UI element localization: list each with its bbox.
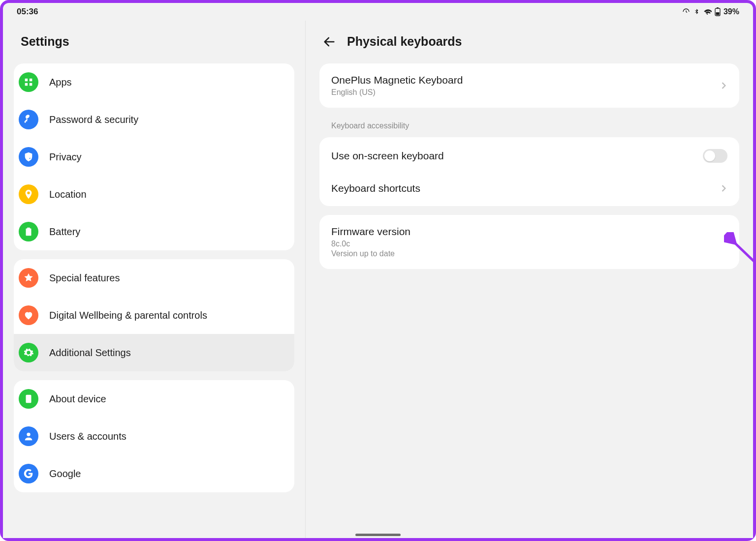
- alarm-icon: [682, 8, 690, 16]
- sidebar-item-apps[interactable]: Apps: [14, 63, 294, 101]
- sidebar-item-privacy[interactable]: Privacy: [14, 138, 294, 176]
- sidebar-item-users-accounts[interactable]: Users & accounts: [14, 418, 294, 455]
- sidebar-item-digital-wellbeing-parental-controls[interactable]: Digital Wellbeing & parental controls: [14, 297, 294, 334]
- google-icon: [19, 464, 38, 483]
- sidebar-item-label: Digital Wellbeing & parental controls: [49, 310, 207, 321]
- keyboard-device-lang: English (US): [331, 88, 721, 97]
- firmware-status: Version up to date: [331, 249, 727, 258]
- svg-point-6: [27, 433, 30, 436]
- sidebar-item-label: Special features: [49, 272, 120, 284]
- sidebar-item-label: Battery: [49, 226, 80, 238]
- apps-icon: [19, 72, 38, 92]
- tablet-icon: [19, 389, 38, 409]
- chevron-right-icon: [721, 82, 727, 89]
- keyboard-shortcuts-row[interactable]: Keyboard shortcuts: [319, 173, 739, 206]
- wifi-icon: [703, 8, 712, 15]
- firmware-version: 8c.0c: [331, 240, 727, 248]
- sidebar-item-special-features[interactable]: Special features: [14, 259, 294, 297]
- shield-icon: [19, 147, 38, 167]
- status-time: 05:36: [17, 7, 38, 17]
- sidebar-item-label: Password & security: [49, 114, 138, 125]
- back-arrow-icon[interactable]: [322, 35, 336, 49]
- status-bar: 05:36 39%: [3, 3, 753, 21]
- pin-icon: [19, 184, 38, 204]
- onscreen-keyboard-toggle[interactable]: [703, 149, 727, 163]
- keyboard-device-name: OnePlus Magnetic Keyboard: [331, 74, 721, 86]
- onscreen-keyboard-label: Use on-screen keyboard: [331, 150, 703, 162]
- sidebar-item-label: Users & accounts: [49, 431, 126, 442]
- battery-percent: 39%: [724, 7, 739, 16]
- firmware-title: Firmware version: [331, 226, 727, 238]
- sidebar-item-additional-settings[interactable]: Additional Settings: [14, 334, 294, 371]
- battery-icon: [19, 222, 38, 241]
- svg-point-3: [29, 117, 31, 118]
- sidebar-item-location[interactable]: Location: [14, 176, 294, 213]
- sidebar-item-label: Additional Settings: [49, 347, 131, 359]
- key-icon: [19, 110, 38, 129]
- svg-rect-5: [26, 395, 32, 403]
- sidebar-item-password-security[interactable]: Password & security: [14, 101, 294, 138]
- onscreen-keyboard-row[interactable]: Use on-screen keyboard: [319, 137, 739, 173]
- svg-rect-2: [716, 12, 719, 15]
- firmware-version-row[interactable]: Firmware version 8c.0c Version up to dat…: [319, 215, 739, 269]
- sidebar-item-label: Privacy: [49, 151, 82, 163]
- nav-handle[interactable]: [355, 534, 401, 536]
- gear-icon: [19, 343, 38, 362]
- accessibility-section-header: Keyboard accessibility: [319, 117, 739, 137]
- chevron-right-icon: [721, 185, 727, 192]
- person-icon: [19, 426, 38, 446]
- status-indicators: 39%: [682, 7, 739, 16]
- sidebar-item-label: About device: [49, 393, 106, 405]
- sidebar-item-about-device[interactable]: About device: [14, 380, 294, 418]
- heart-icon: [19, 305, 38, 325]
- detail-title: Physical keyboards: [347, 34, 462, 49]
- star-icon: [19, 268, 38, 288]
- keyboard-device-row[interactable]: OnePlus Magnetic Keyboard English (US): [319, 63, 739, 108]
- sidebar-item-label: Apps: [49, 77, 72, 88]
- battery-icon: [715, 7, 721, 16]
- sidebar-item-battery[interactable]: Battery: [14, 213, 294, 250]
- detail-pane: Physical keyboards OnePlus Magnetic Keyb…: [306, 21, 753, 538]
- bluetooth-icon: [693, 8, 700, 16]
- sidebar-item-label: Google: [49, 468, 81, 480]
- sidebar-item-label: Location: [49, 189, 87, 200]
- keyboard-shortcuts-label: Keyboard shortcuts: [331, 182, 721, 194]
- svg-rect-1: [717, 7, 719, 8]
- settings-sidebar: Settings AppsPassword & securityPrivacyL…: [3, 21, 306, 538]
- sidebar-item-google[interactable]: Google: [14, 455, 294, 492]
- sidebar-title: Settings: [3, 21, 305, 63]
